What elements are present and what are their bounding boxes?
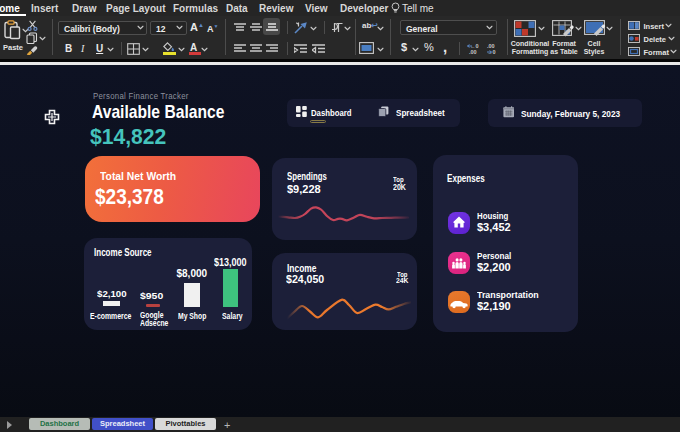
svg-text:.00: .00 [469, 49, 477, 55]
